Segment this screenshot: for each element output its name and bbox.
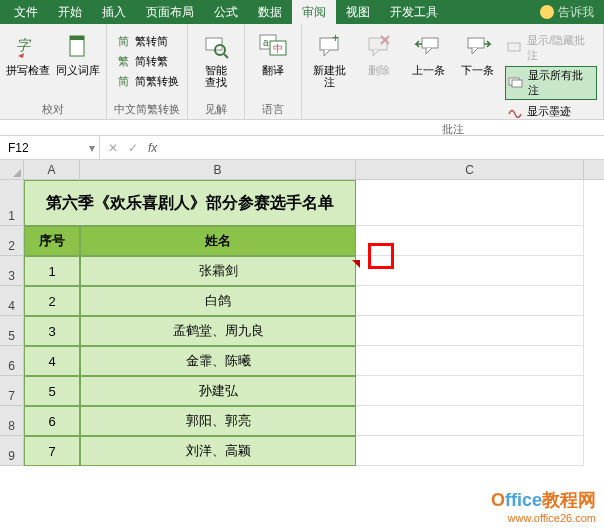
- table-row[interactable]: 4: [24, 346, 80, 376]
- convert-icon: 简: [115, 73, 131, 89]
- col-header-c[interactable]: C: [356, 160, 584, 179]
- table-row[interactable]: 1: [24, 256, 80, 286]
- menu-insert[interactable]: 插入: [92, 0, 136, 25]
- table-row[interactable]: 金霏、陈曦: [80, 346, 356, 376]
- cancel-icon: ✕: [108, 141, 118, 155]
- row-header-6[interactable]: 6: [0, 346, 24, 376]
- cell-c8[interactable]: [356, 406, 584, 436]
- cell-c3[interactable]: [356, 256, 584, 286]
- smart-lookup-button[interactable]: 智能 查找: [194, 28, 238, 100]
- formula-bar: F12 ▾ ✕ ✓ fx: [0, 136, 604, 160]
- menu-formulas[interactable]: 公式: [204, 0, 248, 25]
- row-header-1[interactable]: 1: [0, 180, 24, 226]
- menu-view[interactable]: 视图: [336, 0, 380, 25]
- show-ink-button[interactable]: 显示墨迹: [505, 102, 597, 120]
- to-traditional-button[interactable]: 繁简转繁: [113, 52, 181, 70]
- delete-comment-button[interactable]: 删除: [357, 28, 400, 120]
- row-header-8[interactable]: 8: [0, 406, 24, 436]
- col-header-b[interactable]: B: [80, 160, 356, 179]
- group-comments: + 新建批注 删除 上一条 下一条 显示/隐藏批注 显示所有批注 显示墨迹 批注: [302, 24, 604, 119]
- table-row[interactable]: 7: [24, 436, 80, 466]
- cell-c1[interactable]: [356, 180, 584, 226]
- menu-dev[interactable]: 开发工具: [380, 0, 448, 25]
- tell-me[interactable]: 告诉我: [540, 4, 600, 21]
- comment-indicator-icon: [352, 260, 360, 268]
- row-header-9[interactable]: 9: [0, 436, 24, 466]
- fx-icon[interactable]: fx: [148, 141, 157, 155]
- delete-comment-icon: [363, 30, 395, 62]
- menu-file[interactable]: 文件: [4, 0, 48, 25]
- col-header-a[interactable]: A: [24, 160, 80, 179]
- cell-c7[interactable]: [356, 376, 584, 406]
- select-all-corner[interactable]: [0, 160, 24, 179]
- table-row[interactable]: 6: [24, 406, 80, 436]
- table-row[interactable]: 5: [24, 376, 80, 406]
- table-row[interactable]: 张霜剑: [80, 256, 356, 286]
- row-header-4[interactable]: 4: [0, 286, 24, 316]
- table-row[interactable]: 白鸽: [80, 286, 356, 316]
- name-box[interactable]: F12 ▾: [0, 136, 100, 159]
- prev-comment-button[interactable]: 上一条: [407, 28, 450, 120]
- translate-icon: a中: [257, 30, 289, 62]
- table-row[interactable]: 郭阳、郭亮: [80, 406, 356, 436]
- name-box-value: F12: [8, 141, 29, 155]
- translate-button[interactable]: a中 翻译: [251, 28, 295, 100]
- header-seq[interactable]: 序号: [24, 226, 80, 256]
- svg-rect-2: [70, 36, 84, 40]
- spell-icon: 字: [12, 30, 44, 62]
- formula-input[interactable]: [165, 136, 604, 159]
- table-row[interactable]: 刘洋、高颖: [80, 436, 356, 466]
- svg-text:字: 字: [16, 37, 32, 53]
- ink-icon: [507, 103, 523, 119]
- enter-icon: ✓: [128, 141, 138, 155]
- row-header-3[interactable]: 3: [0, 256, 24, 286]
- cell-c9[interactable]: [356, 436, 584, 466]
- row-header-7[interactable]: 7: [0, 376, 24, 406]
- thesaurus-button[interactable]: 同义词库: [56, 28, 100, 100]
- next-comment-button[interactable]: 下一条: [456, 28, 499, 120]
- table-row[interactable]: 3: [24, 316, 80, 346]
- simp-icon: 简: [115, 33, 131, 49]
- show-all-comments-button[interactable]: 显示所有批注: [505, 66, 597, 100]
- to-simplified-button[interactable]: 简繁转简: [113, 32, 181, 50]
- table-row[interactable]: 孟鹤堂、周九良: [80, 316, 356, 346]
- svg-line-5: [224, 54, 228, 58]
- row-header-5[interactable]: 5: [0, 316, 24, 346]
- menu-layout[interactable]: 页面布局: [136, 0, 204, 25]
- menu-review[interactable]: 审阅: [292, 0, 336, 25]
- next-comment-icon: [462, 30, 494, 62]
- svg-rect-3: [206, 38, 222, 50]
- new-comment-button[interactable]: + 新建批注: [308, 28, 351, 120]
- name-box-dropdown-icon[interactable]: ▾: [89, 141, 99, 155]
- group-comments-label: 批注: [308, 120, 597, 137]
- cell-c2[interactable]: [356, 226, 584, 256]
- svg-text:+: +: [332, 32, 339, 45]
- column-headers: A B C: [0, 160, 604, 180]
- show-hide-comment-button[interactable]: 显示/隐藏批注: [505, 32, 597, 64]
- worksheet-grid: A B C 1 2 3 4 5 6 7 8 9 第六季《欢乐喜剧人》部分参赛选手…: [0, 160, 604, 466]
- spell-check-button[interactable]: 字 拼写检查: [6, 28, 50, 100]
- menu-bar: 文件 开始 插入 页面布局 公式 数据 审阅 视图 开发工具 告诉我: [0, 0, 604, 24]
- menu-data[interactable]: 数据: [248, 0, 292, 25]
- cell-c6[interactable]: [356, 346, 584, 376]
- title-cell[interactable]: 第六季《欢乐喜剧人》部分参赛选手名单: [24, 180, 356, 226]
- group-insights-label: 见解: [194, 100, 238, 117]
- cell-c4[interactable]: [356, 286, 584, 316]
- convert-button[interactable]: 简简繁转换: [113, 72, 181, 90]
- header-name[interactable]: 姓名: [80, 226, 356, 256]
- svg-text:a: a: [263, 37, 269, 48]
- table-row[interactable]: 孙建弘: [80, 376, 356, 406]
- row-header-2[interactable]: 2: [0, 226, 24, 256]
- group-language: a中 翻译 语言: [245, 24, 302, 119]
- menu-home[interactable]: 开始: [48, 0, 92, 25]
- group-proofing: 字 拼写检查 同义词库 校对: [0, 24, 107, 119]
- group-chinese: 简繁转简 繁简转繁 简简繁转换 中文简繁转换: [107, 24, 188, 119]
- cell-c5[interactable]: [356, 316, 584, 346]
- tell-me-label: 告诉我: [558, 4, 594, 21]
- group-chinese-label: 中文简繁转换: [113, 100, 181, 117]
- bulb-icon: [540, 5, 554, 19]
- trad-icon: 繁: [115, 53, 131, 69]
- showhide-icon: [507, 40, 523, 56]
- watermark-url: www.office26.com: [491, 512, 596, 524]
- table-row[interactable]: 2: [24, 286, 80, 316]
